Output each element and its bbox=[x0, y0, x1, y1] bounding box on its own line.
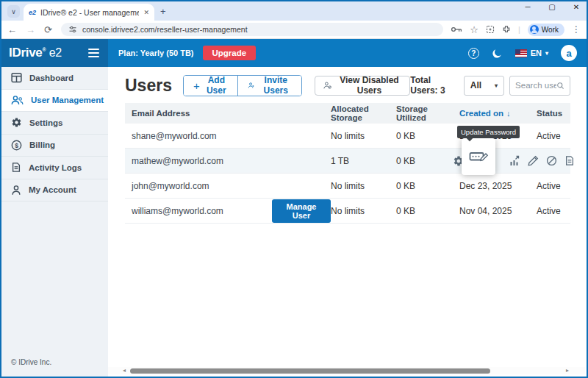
add-user-button[interactable]: + Add User bbox=[184, 76, 237, 96]
tab-title: IDrive® e2 - User management bbox=[40, 8, 139, 17]
gear-icon bbox=[11, 117, 22, 128]
manage-user-button[interactable]: Manage User bbox=[272, 199, 331, 223]
plan-label: Plan: Yearly (50 TB) bbox=[118, 49, 194, 57]
tab-organize-icon[interactable] bbox=[486, 25, 495, 34]
logs-document-icon[interactable] bbox=[564, 155, 575, 166]
logo-block: IDrive® e2 bbox=[1, 39, 108, 67]
search-icon[interactable] bbox=[556, 81, 564, 90]
window-minimize-button[interactable]: ─ bbox=[523, 3, 532, 11]
horizontal-scrollbar[interactable]: ◂ ▸ bbox=[108, 367, 585, 374]
scroll-left-icon[interactable]: ◂ bbox=[123, 367, 126, 374]
extensions-icon[interactable] bbox=[502, 25, 511, 34]
table-row[interactable]: john@myworld.com No limits 0 KB Dec 23, … bbox=[125, 174, 570, 199]
tab-search-button[interactable]: ∨ bbox=[7, 5, 20, 18]
update-password-icon bbox=[469, 148, 489, 165]
back-button[interactable]: ← bbox=[7, 24, 17, 35]
page-title: Users bbox=[125, 76, 172, 96]
main-content: Users + Add User Invite Users bbox=[108, 67, 587, 377]
header-created-sort[interactable]: Created on ↓ bbox=[459, 109, 537, 118]
svg-text:$: $ bbox=[15, 141, 18, 149]
document-icon bbox=[11, 162, 21, 173]
status-badge: Active bbox=[537, 206, 570, 216]
sidebar-item-user-management[interactable]: User Management bbox=[1, 90, 108, 113]
chevron-down-icon: ∨ bbox=[11, 8, 16, 15]
reload-button[interactable]: ⟳ bbox=[44, 24, 52, 35]
dark-mode-moon-icon[interactable] bbox=[492, 48, 503, 59]
app-header: IDrive® e2 Plan: Yearly (50 TB) Upgrade … bbox=[1, 39, 587, 67]
upgrade-button[interactable]: Upgrade bbox=[203, 46, 257, 60]
bookmark-star-icon[interactable]: ☆ bbox=[470, 24, 478, 35]
header-allocated: Allocated Storage bbox=[331, 104, 396, 122]
status-badge: Active bbox=[537, 181, 570, 191]
favicon: e2 bbox=[29, 9, 36, 16]
scroll-right-icon[interactable]: ▸ bbox=[566, 367, 569, 374]
sidebar-item-activity-logs[interactable]: Activity Logs bbox=[1, 157, 108, 179]
sidebar-item-settings[interactable]: Settings bbox=[1, 112, 108, 135]
url-text: console.idrivee2.com/reseller-user-manag… bbox=[82, 25, 248, 34]
usage-stats-icon[interactable] bbox=[509, 155, 520, 167]
person-disabled-icon bbox=[323, 80, 331, 90]
browser-navbar: ← → ⟳ console.idrivee2.com/reseller-user… bbox=[1, 21, 587, 39]
window-close-button[interactable]: ✕ bbox=[572, 3, 581, 11]
chevron-down-icon: ▾ bbox=[495, 82, 498, 89]
disable-user-icon[interactable] bbox=[546, 155, 557, 166]
window-maximize-button[interactable]: ▢ bbox=[548, 3, 556, 11]
sidebar-item-my-account[interactable]: My Account bbox=[1, 179, 108, 202]
plus-icon: + bbox=[193, 79, 200, 92]
table-row[interactable]: williams@myworld.com Manage User No limi… bbox=[125, 199, 570, 224]
user-filter-select[interactable]: All ▾ bbox=[464, 76, 504, 96]
language-selector[interactable]: EN ▾ bbox=[515, 49, 548, 57]
new-tab-button[interactable]: + bbox=[160, 6, 166, 17]
hamburger-menu-icon[interactable] bbox=[88, 46, 99, 60]
address-bar[interactable]: console.idrivee2.com/reseller-user-manag… bbox=[61, 23, 443, 36]
profile-avatar-icon bbox=[530, 25, 539, 34]
site-settings-icon[interactable] bbox=[68, 25, 77, 34]
profile-chip[interactable]: Work bbox=[528, 24, 564, 36]
person-plus-icon bbox=[248, 80, 254, 90]
scrollbar-thumb[interactable] bbox=[130, 368, 490, 374]
sidebar-item-dashboard[interactable]: Dashboard bbox=[1, 67, 108, 90]
password-key-icon[interactable] bbox=[451, 26, 462, 33]
browser-titlebar: ∨ e2 IDrive® e2 - User management ✕ + ─ … bbox=[1, 1, 587, 21]
person-icon bbox=[11, 185, 21, 196]
dollar-circle-icon: $ bbox=[11, 140, 22, 151]
help-icon[interactable]: ? bbox=[468, 48, 479, 59]
copyright-label: © IDrive Inc. bbox=[1, 358, 108, 377]
chevron-down-icon: ▾ bbox=[545, 50, 548, 57]
status-badge: Active bbox=[537, 131, 570, 141]
browser-menu-icon[interactable]: ⋮ bbox=[572, 24, 581, 35]
table-row-hovered[interactable]: mathew@myworld.com 1 TB 0 KB bbox=[125, 149, 570, 174]
update-password-action-card[interactable] bbox=[462, 138, 495, 175]
account-avatar[interactable]: a bbox=[561, 45, 577, 61]
profile-label: Work bbox=[542, 26, 559, 34]
search-box bbox=[509, 76, 570, 96]
idrive-logo: IDrive® e2 bbox=[9, 46, 62, 60]
header-email: Email Address bbox=[125, 109, 266, 118]
edit-pencil-icon[interactable] bbox=[528, 155, 539, 166]
sort-desc-icon: ↓ bbox=[506, 109, 511, 118]
sidebar: Dashboard User Management Settings $ bbox=[1, 67, 108, 377]
dashboard-icon bbox=[11, 72, 22, 83]
tooltip: Update Password bbox=[457, 126, 520, 138]
browser-window: ∨ e2 IDrive® e2 - User management ✕ + ─ … bbox=[0, 0, 588, 378]
divider: | bbox=[518, 25, 520, 34]
us-flag-icon bbox=[515, 49, 527, 57]
view-disabled-users-button[interactable]: View Disabled Users bbox=[315, 76, 410, 96]
forward-button: → bbox=[26, 24, 35, 35]
tab-close-icon[interactable]: ✕ bbox=[143, 9, 149, 16]
users-icon bbox=[11, 95, 24, 105]
header-status: Status bbox=[537, 109, 570, 118]
total-users-label: Total Users: 3 bbox=[410, 75, 454, 96]
header-utilized: Storage Utilized bbox=[396, 104, 459, 122]
table-header-row: Email Address Allocated Storage Storage … bbox=[125, 103, 570, 124]
invite-users-button[interactable]: Invite Users bbox=[237, 76, 302, 96]
language-label: EN bbox=[531, 49, 542, 57]
users-table: Email Address Allocated Storage Storage … bbox=[125, 103, 570, 224]
sidebar-item-billing[interactable]: $ Billing bbox=[1, 135, 108, 157]
search-input[interactable] bbox=[515, 81, 556, 90]
browser-tab[interactable]: e2 IDrive® e2 - User management ✕ bbox=[24, 4, 154, 21]
